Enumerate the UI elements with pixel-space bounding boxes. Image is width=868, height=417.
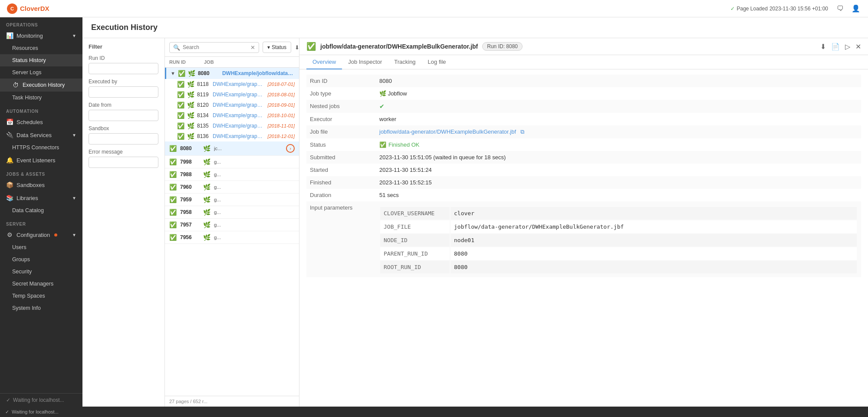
sidebar-item-event-listeners[interactable]: 🔔 Event Listeners xyxy=(0,154,82,167)
sidebar-item-configuration[interactable]: ⚙ Configuration ▼ xyxy=(0,228,82,241)
param-key-3: PARENT_RUN_ID xyxy=(380,247,450,260)
error-message-input[interactable] xyxy=(89,157,158,168)
sidebar-item-data-catalog[interactable]: Data Catalog xyxy=(0,204,82,217)
sidebar-item-server-logs[interactable]: Server Logs xyxy=(0,66,82,79)
row-run-id-7960: 7960 xyxy=(180,184,200,190)
detail-download-icon[interactable]: ⬇ xyxy=(820,43,826,51)
list-row-7957[interactable]: ✅ 7957 🌿 g... xyxy=(165,219,299,231)
sidebar-item-security[interactable]: Security xyxy=(0,266,82,278)
sidebar-item-libraries[interactable]: 📚 Libraries ▼ xyxy=(0,191,82,204)
sidebar-item-https-connectors[interactable]: HTTPS Connectors xyxy=(0,141,82,154)
tab-overview[interactable]: Overview xyxy=(306,55,342,69)
list-row-7998[interactable]: ✅ 7998 🌿 g... xyxy=(165,156,299,168)
section-server: SERVER xyxy=(0,217,82,228)
sidebar-item-system-info[interactable]: System Info xyxy=(0,302,82,314)
param-row-3: PARENT_RUN_ID8080 xyxy=(380,247,857,260)
param-row-0: CLOVER_USERNAMEclover xyxy=(380,207,857,220)
list-row-7988[interactable]: ✅ 7988 🌿 g... xyxy=(165,168,299,181)
child-job-date-8135: [2018-11-01] xyxy=(268,123,295,128)
executed-by-label: Executed by xyxy=(89,79,158,85)
row-path-7960: g... xyxy=(214,184,295,190)
date-from-label: Date from xyxy=(89,102,158,108)
sidebar-item-users[interactable]: Users xyxy=(0,241,82,253)
date-from-input[interactable] xyxy=(89,110,158,121)
page-loaded-status: ✓ Page Loaded 2023-11-30 15:56 +01:00 xyxy=(730,6,828,12)
param-value-2: node01 xyxy=(450,234,857,246)
job-file-copy-icon[interactable]: ⧉ xyxy=(520,128,524,135)
row-job-icon-7958: 🌿 xyxy=(203,209,210,216)
tree-child-row-8119[interactable]: ✅ 🌿 8119 DWHExample/graph/data-generator… xyxy=(165,89,299,100)
tree-parent-row[interactable]: ▼ ✅ 🌿 8080 DWHExample/jobflow/data-gener… xyxy=(165,68,299,79)
executed-by-input[interactable] xyxy=(89,86,158,98)
started-field-value: 2023-11-30 15:51:24 xyxy=(376,164,861,176)
list-row-7956[interactable]: ✅ 7956 🌿 g... xyxy=(165,231,299,244)
sidebar-item-schedules[interactable]: 📅 Schedules xyxy=(0,115,82,128)
tree-toggle-icon[interactable]: ▼ xyxy=(171,71,175,76)
tree-child-row-8120[interactable]: ✅ 🌿 8120 DWHExample/graph/data-generator… xyxy=(165,100,299,110)
download-icon[interactable]: ⬇ xyxy=(295,44,299,51)
row-job-icon-7988: 🌿 xyxy=(203,171,210,178)
sidebar-item-resources[interactable]: Resources xyxy=(0,42,82,54)
executor-field-value: worker xyxy=(376,113,861,125)
detail-file-icon[interactable]: 📄 xyxy=(831,43,840,51)
child-graph-icon-8120: 🌿 xyxy=(187,102,194,108)
row-job-icon-7956: 🌿 xyxy=(203,234,210,241)
expand-button-8080[interactable]: › xyxy=(286,144,295,153)
sidebar-item-groups[interactable]: Groups xyxy=(0,253,82,266)
page-loaded-label: Page Loaded xyxy=(736,6,767,12)
child-run-id-8134: 8134 xyxy=(197,112,210,118)
list-row-7960[interactable]: ✅ 7960 🌿 g... xyxy=(165,181,299,194)
search-box[interactable]: 🔍 ✕ xyxy=(169,42,259,53)
tab-log-file[interactable]: Log file xyxy=(422,55,452,69)
user-icon[interactable]: 👤 xyxy=(851,3,861,14)
run-id-input[interactable] xyxy=(89,63,158,74)
configuration-icon: ⚙ xyxy=(6,231,13,238)
sidebar-item-execution-history[interactable]: ⏱ Execution History xyxy=(0,79,82,92)
sandbox-input[interactable] xyxy=(89,133,158,144)
sidebar-item-secret-managers[interactable]: Secret Managers xyxy=(0,278,82,290)
sidebar-item-sandboxes[interactable]: 📦 Sandboxes xyxy=(0,178,82,191)
row-finished: Finished 2023-11-30 15:52:15 xyxy=(306,176,861,189)
sidebar-security-label: Security xyxy=(12,269,32,275)
tree-child-row-8135[interactable]: ✅ 🌿 8135 DWHExample/graph/data-generator… xyxy=(165,121,299,131)
tree-child-row-8118[interactable]: ✅ 🌿 8118 DWHExample/graph/data-generator… xyxy=(165,79,299,89)
sidebar-item-data-services[interactable]: 🔌 Data Services ▼ xyxy=(0,128,82,141)
row-run-id-7957: 7957 xyxy=(180,222,200,228)
sidebar-item-task-history[interactable]: Task History xyxy=(0,92,82,104)
child-run-id-8118: 8118 xyxy=(197,81,210,87)
tab-job-inspector[interactable]: Job Inspector xyxy=(342,55,388,69)
param-value-3: 8080 xyxy=(450,247,857,260)
job-file-field-value: jobflow/data-generator/DWHExampleBulkGen… xyxy=(376,125,861,138)
sidebar-sandboxes-label: Sandboxes xyxy=(16,182,45,188)
list-row-7958[interactable]: ✅ 7958 🌿 g... xyxy=(165,206,299,219)
status-field-label: Status xyxy=(306,138,376,151)
row-run-id-8080: 8080 xyxy=(180,145,200,151)
logo-text: CloverDX xyxy=(20,5,49,12)
row-ok-icon-7988: ✅ xyxy=(169,171,177,178)
duration-field-value: 51 secs xyxy=(376,189,861,201)
row-path-7958: g... xyxy=(214,210,295,215)
message-icon[interactable]: 🗨 xyxy=(835,3,845,14)
sidebar-item-status-history[interactable]: Status History xyxy=(0,54,82,66)
tree-child-row-8136[interactable]: ✅ 🌿 8136 DWHExample/graph/data-generator… xyxy=(165,131,299,141)
job-list-header: 🔍 ✕ ▾ Status ⬇ ＋ — ⛶ ✕ xyxy=(165,38,299,57)
content-area: Filter Run ID Executed by Date from Sand… xyxy=(82,38,868,407)
search-input[interactable] xyxy=(183,44,248,50)
child-job-path-8119: DWHExample/graph/data-generator/Generate… xyxy=(213,92,263,98)
sandbox-label: Sandbox xyxy=(89,125,158,131)
detail-run-icon[interactable]: ▷ xyxy=(845,43,850,51)
sidebar-libraries-label: Libraries xyxy=(16,195,38,201)
list-row-7959[interactable]: ✅ 7959 🌿 g... xyxy=(165,194,299,206)
row-job-icon-7998: 🌿 xyxy=(203,158,210,165)
status-filter-button[interactable]: ▾ Status xyxy=(263,42,291,53)
job-file-link[interactable]: jobflow/data-generator/DWHExampleBulkGen… xyxy=(379,128,516,135)
list-row-8080[interactable]: ✅ 8080 🌿 jc... › xyxy=(165,141,299,156)
sidebar-secret-managers-label: Secret Managers xyxy=(12,281,53,287)
tree-child-row-8134[interactable]: ✅ 🌿 8134 DWHExample/graph/data-generator… xyxy=(165,110,299,121)
sidebar-item-monitoring[interactable]: 📊 Monitoring ▼ xyxy=(0,29,82,42)
detail-close-icon[interactable]: ✕ xyxy=(855,43,861,51)
sidebar-item-temp-spaces[interactable]: Temp Spaces xyxy=(0,290,82,302)
search-clear-icon[interactable]: ✕ xyxy=(250,44,255,51)
row-nested-jobs: Nested jobs ✔ xyxy=(306,100,861,113)
tab-tracking[interactable]: Tracking xyxy=(388,55,421,69)
